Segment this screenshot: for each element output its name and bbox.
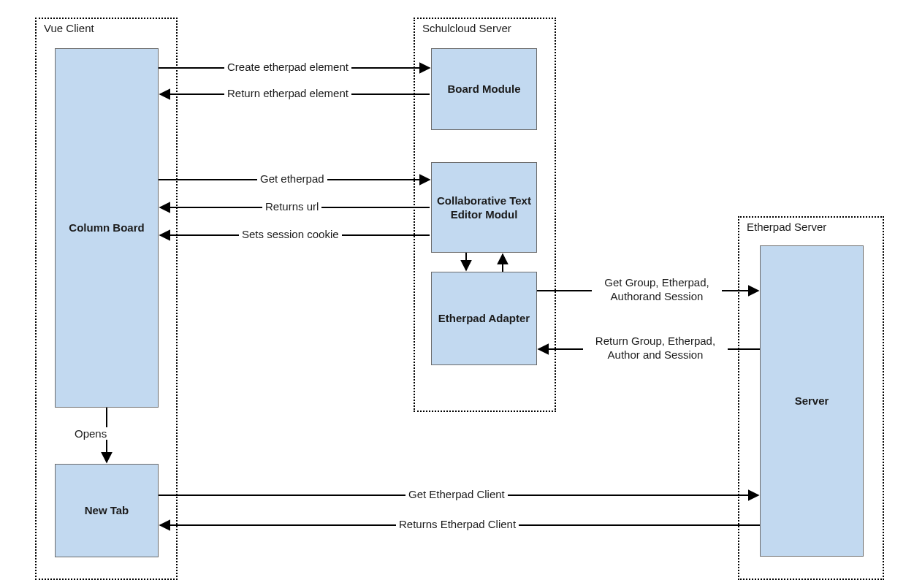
edge-label-return-group: Return Group, Etherpad, Author and Sessi… xyxy=(583,335,728,362)
node-collaborative-text-editor-modul: Collaborative Text Editor Modul xyxy=(431,162,537,253)
edge-label-get-group: Get Group, Etherpad, Authorand Session xyxy=(592,276,722,304)
edge-label-get-etherpad-client: Get Etherpad Client xyxy=(405,488,508,500)
edge-label-return-etherpad-element: Return etherpad element xyxy=(224,87,351,99)
node-board-module: Board Module xyxy=(431,48,537,130)
edge-label-returns-etherpad-client: Returns Etherpad Client xyxy=(396,518,519,530)
diagram-canvas: Vue Client Schulcloud Server Etherpad Se… xyxy=(0,0,914,588)
group-label-vue: Vue Client xyxy=(42,22,96,34)
edge-label-get-etherpad: Get etherpad xyxy=(257,172,327,185)
node-column-board: Column Board xyxy=(55,48,159,408)
group-label-scs: Schulcloud Server xyxy=(421,22,513,34)
node-server: Server xyxy=(760,245,864,557)
node-new-tab: New Tab xyxy=(55,464,159,557)
node-etherpad-adapter: Etherpad Adapter xyxy=(431,272,537,365)
edge-label-returns-url: Returns url xyxy=(262,200,321,213)
group-label-eps: Etherpad Server xyxy=(745,221,828,233)
edge-label-sets-session-cookie: Sets session cookie xyxy=(239,228,342,240)
edge-label-opens: Opens xyxy=(72,427,110,440)
edge-label-create-etherpad-element: Create etherpad element xyxy=(224,61,351,73)
